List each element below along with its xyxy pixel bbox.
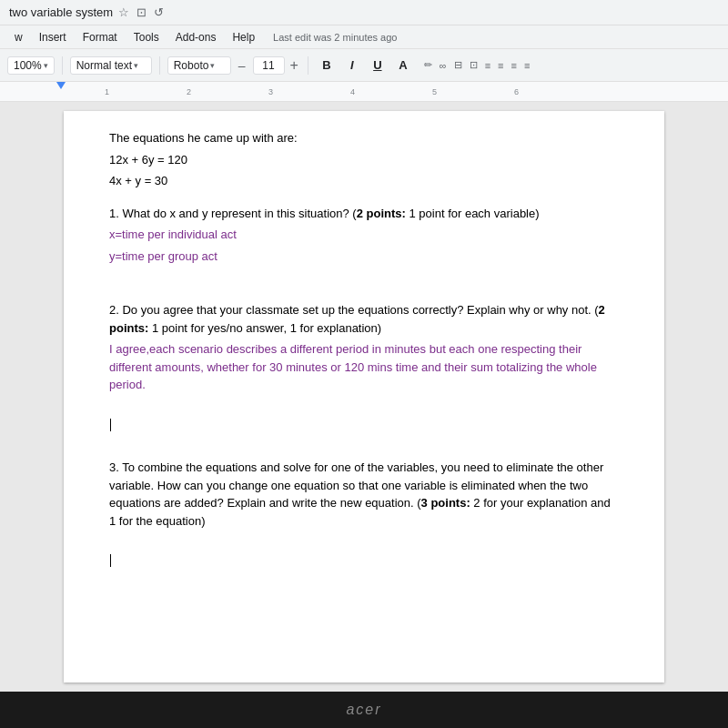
comment-icon[interactable]: ⊟ (451, 57, 465, 73)
pencil-icon: ✏ (421, 57, 435, 73)
align-right-icon[interactable]: ≡ (509, 58, 520, 73)
cursor-placeholder-2 (109, 551, 619, 570)
zoom-chevron: ▾ (44, 61, 48, 70)
spacer-4 (109, 544, 619, 551)
question-1-text: 1. What do x and y represent in this sit… (109, 205, 619, 223)
ruler-mark-2: 2 (187, 87, 191, 96)
menu-item-format[interactable]: Format (76, 28, 125, 46)
style-selector[interactable]: Normal text ▾ (70, 56, 152, 75)
q3-bold: 3 points: (421, 496, 470, 510)
ruler-mark-6: 6 (514, 87, 519, 96)
text-color-button[interactable]: A (392, 56, 414, 75)
spacer-1 (109, 279, 619, 301)
style-chevron: ▾ (134, 61, 138, 70)
ruler-mark-5: 5 (432, 87, 437, 96)
formatting-icons: ✏ ∞ ⊟ ⊡ ≡ ≡ ≡ ≡ (421, 57, 533, 73)
zoom-value: 100% (14, 59, 42, 72)
question-2-text: 2. Do you agree that your classmate set … (109, 301, 619, 337)
menu-item-help[interactable]: Help (225, 28, 262, 46)
q2-text-after: 1 point for yes/no answer, 1 for explana… (148, 321, 381, 335)
toolbar: 100% ▾ Normal text ▾ Roboto ▾ – 11 + B I… (0, 49, 728, 82)
underline-button[interactable]: U (367, 56, 389, 75)
font-value: Roboto (174, 59, 209, 72)
image-icon[interactable]: ⊡ (467, 57, 480, 73)
align-justify-icon[interactable]: ≡ (521, 58, 532, 73)
link-icon[interactable]: ∞ (437, 58, 450, 73)
q1-answer-2: y=time per group act (109, 248, 619, 266)
title-bar-icons: ☆ ⊡ ↺ (118, 5, 164, 19)
cursor-placeholder-1 (109, 416, 619, 434)
history-icon[interactable]: ↺ (154, 5, 164, 19)
q2-text-before: 2. Do you agree that your classmate set … (109, 303, 599, 317)
q1-bold: 2 points: (357, 207, 406, 220)
equation-2: 4x + y = 30 (109, 172, 619, 190)
ruler-mark-4: 4 (350, 87, 355, 96)
q1-text-after: 1 point for each variable) (406, 207, 540, 220)
save-icon[interactable]: ⊡ (136, 5, 147, 19)
intro-text: The equations he came up with are: (109, 129, 619, 147)
last-edit-text: Last edit was 2 minutes ago (273, 32, 397, 43)
align-left-icon[interactable]: ≡ (482, 58, 493, 73)
menu-item-addons[interactable]: Add-ons (168, 28, 224, 46)
title-bar: two variable system ☆ ⊡ ↺ (0, 0, 728, 25)
ruler: 1 2 3 4 5 6 (0, 82, 728, 102)
spacer-3 (109, 437, 619, 459)
separator-3 (308, 56, 308, 75)
menu-item-insert[interactable]: Insert (32, 28, 74, 46)
document-title: two variable system (9, 5, 113, 19)
menu-item-file[interactable]: w (7, 28, 30, 46)
question-3-text: 3. To combine the equations and solve fo… (109, 459, 619, 530)
spacer-2 (109, 409, 619, 416)
equation-1: 12x + 6y = 120 (109, 151, 619, 169)
q2-answer: I agree,each scenario describes a differ… (109, 340, 619, 394)
separator-2 (159, 56, 160, 75)
font-chevron: ▾ (210, 61, 215, 70)
size-plus[interactable]: + (288, 57, 300, 74)
ruler-marker (56, 82, 66, 89)
font-selector[interactable]: Roboto ▾ (167, 56, 231, 75)
ruler-mark-3: 3 (268, 87, 273, 96)
separator-1 (62, 56, 63, 75)
question-2-block: 2. Do you agree that your classmate set … (109, 301, 619, 394)
intro-block: The equations he came up with are: 12x +… (109, 129, 619, 190)
ruler-mark-1: 1 (105, 87, 109, 96)
style-value: Normal text (76, 59, 132, 72)
question-1-block: 1. What do x and y represent in this sit… (109, 205, 619, 266)
page[interactable]: The equations he came up with are: 12x +… (64, 111, 664, 682)
document-area[interactable]: The equations he came up with are: 12x +… (0, 102, 728, 692)
q1-text-before: 1. What do x and y represent in this sit… (109, 207, 357, 220)
menu-bar: w Insert Format Tools Add-ons Help Last … (0, 25, 728, 49)
align-center-icon[interactable]: ≡ (495, 58, 506, 73)
acer-logo: acer (346, 702, 381, 718)
menu-item-tools[interactable]: Tools (126, 28, 167, 46)
italic-button[interactable]: I (341, 56, 363, 75)
text-cursor-2 (110, 554, 111, 567)
text-cursor-1 (110, 419, 111, 431)
zoom-selector[interactable]: 100% ▾ (7, 56, 55, 75)
question-3-block: 3. To combine the equations and solve fo… (109, 459, 619, 530)
q1-answer-1: x=time per individual act (109, 226, 619, 244)
bold-button[interactable]: B (316, 56, 338, 75)
size-dash: – (235, 58, 249, 73)
star-icon[interactable]: ☆ (118, 5, 129, 19)
bottom-bar: acer (0, 692, 728, 728)
font-size[interactable]: 11 (253, 56, 285, 75)
